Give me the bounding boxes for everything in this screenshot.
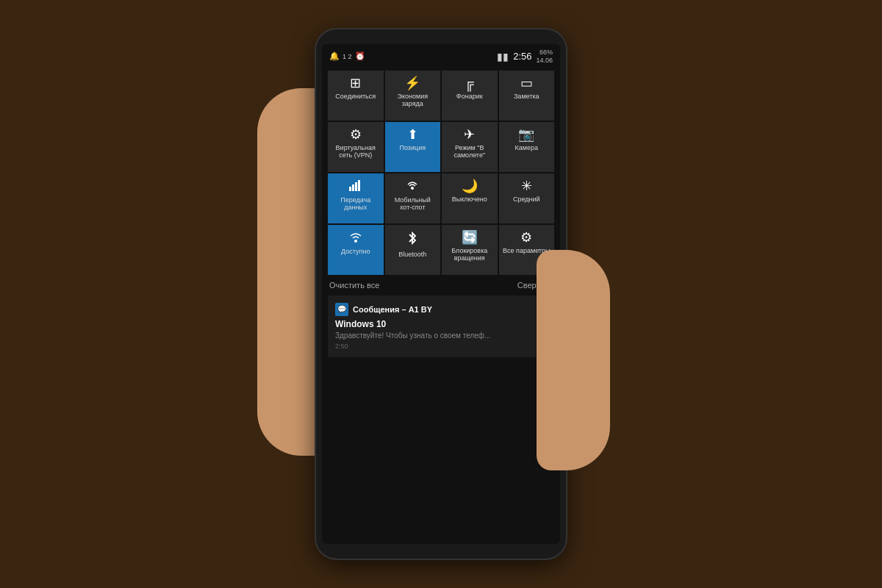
status-bar: 🔔 1 2 ⏰ ▮▮ 2:56 66% 14.06: [322, 44, 560, 68]
notification-item[interactable]: 💬 Сообщения – A1 BY Windows 10 Здравству…: [328, 295, 554, 357]
camera-icon: 📷: [518, 128, 534, 141]
tile-night[interactable]: 🌙 Выключено: [442, 173, 498, 223]
night-icon: 🌙: [462, 179, 478, 193]
notif-header: 💬 Сообщения – A1 BY: [335, 303, 547, 316]
tile-note[interactable]: ▭ Заметка: [499, 71, 555, 121]
vpn-label: Виртуальная сеть (VPN): [331, 144, 381, 160]
status-sub: 66% 14.06: [536, 49, 553, 65]
hand-right: [537, 250, 610, 470]
notif-body: Здравствуйте! Чтобы узнать о своем телеф…: [335, 331, 547, 341]
actions-bar: Очистить все Свернуть: [322, 275, 560, 295]
tile-wifi[interactable]: Доступно: [328, 225, 384, 275]
status-left: 🔔 1 2 ⏰: [329, 51, 365, 61]
settings-icon: ⚙: [520, 231, 532, 244]
rotation-label: Блокировка вращения: [445, 247, 495, 263]
battery-icon: ▮▮: [497, 51, 509, 62]
rotation-icon: 🔄: [462, 231, 478, 244]
vpn-icon: ⚙: [350, 128, 362, 141]
flashlight-icon: ╔: [465, 76, 474, 90]
svg-point-4: [411, 187, 414, 190]
connect-label: Соединиться: [335, 93, 376, 101]
night-label: Выключено: [452, 196, 487, 204]
status-right: ▮▮ 2:56 66% 14.06: [497, 49, 553, 65]
notif-app-name: Сообщения – A1 BY: [353, 305, 432, 314]
connect-icon: ⊞: [350, 76, 361, 90]
notif-body-text: Здравствуйте! Чтобы узнать о своем телеф…: [335, 331, 490, 340]
status-time: 2:56: [513, 51, 531, 62]
tile-battery-saver[interactable]: ⚡ Экономия заряда: [385, 71, 441, 121]
notif-app-icon: 💬: [335, 303, 348, 316]
tile-mobile-data[interactable]: Передача данных: [328, 173, 384, 223]
tile-connect[interactable]: ⊞ Соединиться: [328, 71, 384, 121]
bluetooth-icon: [407, 231, 417, 248]
brightness-label: Средний: [513, 196, 540, 204]
svg-rect-0: [349, 187, 351, 191]
svg-rect-1: [352, 184, 354, 191]
flashlight-label: Фонарик: [456, 93, 483, 101]
notification-area: 💬 Сообщения – A1 BY Windows 10 Здравству…: [322, 295, 560, 357]
brightness-icon: ✳: [521, 179, 532, 193]
alarm2-icon: ⏰: [355, 51, 365, 61]
battery-saver-label: Экономия заряда: [388, 93, 438, 109]
hotspot-icon: [406, 179, 419, 193]
qa-grid: ⊞ Соединиться ⚡ Экономия заряда ╔ Фонари…: [328, 71, 554, 275]
tile-rotation[interactable]: 🔄 Блокировка вращения: [442, 225, 498, 275]
note-label: Заметка: [514, 93, 539, 101]
status-date: 14.06: [536, 57, 553, 65]
svg-rect-3: [358, 180, 360, 191]
phone-wrapper: 🔔 1 2 ⏰ ▮▮ 2:56 66% 14.06: [316, 29, 566, 559]
airplane-icon: ✈: [464, 128, 475, 141]
notif-time: 2:50: [335, 343, 547, 350]
location-label: Позиция: [399, 144, 426, 152]
battery-saver-icon: ⚡: [404, 76, 420, 90]
phone-screen: 🔔 1 2 ⏰ ▮▮ 2:56 66% 14.06: [322, 44, 560, 544]
note-icon: ▭: [520, 76, 533, 90]
svg-rect-2: [355, 182, 357, 191]
hotspot-label: Мобильный хот-спот: [388, 196, 438, 212]
tile-vpn[interactable]: ⚙ Виртуальная сеть (VPN): [328, 122, 384, 172]
tile-bluetooth[interactable]: Bluetooth: [385, 225, 441, 275]
battery-percent: 66%: [539, 49, 553, 57]
tile-flashlight[interactable]: ╔ Фонарик: [442, 71, 498, 121]
tile-hotspot[interactable]: Мобильный хот-спот: [385, 173, 441, 223]
tile-camera[interactable]: 📷 Камера: [499, 122, 555, 172]
phone-body: 🔔 1 2 ⏰ ▮▮ 2:56 66% 14.06: [316, 29, 566, 559]
quick-actions: ⊞ Соединиться ⚡ Экономия заряда ╔ Фонари…: [322, 68, 560, 275]
location-icon: ⬆: [407, 128, 418, 141]
mobile-data-icon: [349, 179, 362, 193]
clear-all-button[interactable]: Очистить все: [329, 281, 379, 290]
wifi-label: Доступно: [341, 248, 370, 256]
bluetooth-label: Bluetooth: [398, 251, 426, 259]
airplane-label: Режим "В самолете": [445, 144, 495, 160]
tile-location[interactable]: ⬆ Позиция: [385, 122, 441, 172]
tile-airplane[interactable]: ✈ Режим "В самолете": [442, 122, 498, 172]
wifi-icon: [349, 231, 362, 245]
camera-label: Камера: [515, 144, 538, 152]
notif-title: Windows 10: [335, 319, 547, 329]
alarm-icon: 🔔: [329, 51, 340, 61]
alarm-labels: 1 2: [343, 53, 352, 60]
svg-point-5: [354, 240, 357, 243]
tile-brightness[interactable]: ✳ Средний: [499, 173, 555, 223]
mobile-data-label: Передача данных: [331, 196, 381, 212]
